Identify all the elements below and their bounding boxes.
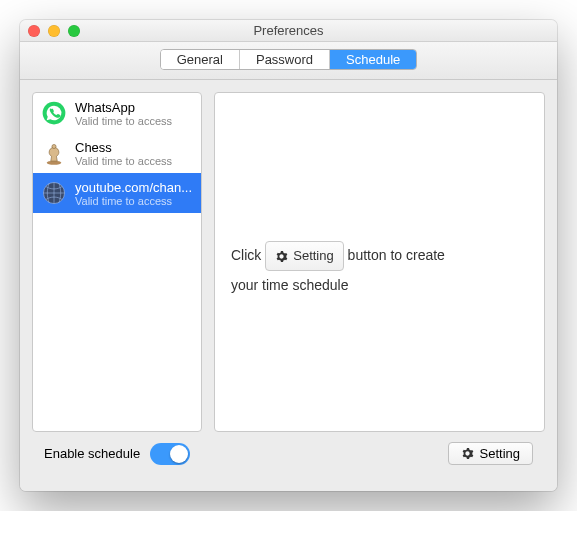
zoom-icon[interactable] xyxy=(68,25,80,37)
list-item-sub: Valid time to access xyxy=(75,155,172,167)
enable-schedule-toggle[interactable] xyxy=(150,443,190,465)
tab-password[interactable]: Password xyxy=(240,50,330,69)
detail-pane: Click Setting button to create your time… xyxy=(214,92,545,432)
list-item-sub: Valid time to access xyxy=(75,115,172,127)
minimize-icon[interactable] xyxy=(48,25,60,37)
gear-icon xyxy=(461,447,474,460)
svg-point-2 xyxy=(52,144,56,148)
list-item-name: WhatsApp xyxy=(75,100,172,115)
enable-schedule-label: Enable schedule xyxy=(44,446,140,461)
app-list: WhatsApp Valid time to access Chess Vali… xyxy=(33,93,201,213)
list-item-name: Chess xyxy=(75,140,172,155)
tab-schedule[interactable]: Schedule xyxy=(330,50,416,69)
instruction-post: button to create xyxy=(348,247,445,263)
titlebar: Preferences xyxy=(20,20,557,42)
gear-icon xyxy=(275,250,288,263)
chess-icon xyxy=(41,140,67,166)
app-list-pane: WhatsApp Valid time to access Chess Vali… xyxy=(32,92,202,432)
preferences-window: Preferences General Password Schedule Wh… xyxy=(20,20,557,491)
inline-setting-button: Setting xyxy=(265,241,343,271)
window-controls xyxy=(28,25,80,37)
close-icon[interactable] xyxy=(28,25,40,37)
list-item[interactable]: youtube.com/chan... Valid time to access xyxy=(33,173,201,213)
whatsapp-icon xyxy=(41,100,67,126)
list-item[interactable]: Chess Valid time to access xyxy=(33,133,201,173)
instruction-line2: your time schedule xyxy=(231,277,349,293)
toolbar: General Password Schedule xyxy=(20,42,557,80)
window-title: Preferences xyxy=(20,23,557,38)
panes: WhatsApp Valid time to access Chess Vali… xyxy=(32,92,545,432)
tab-bar: General Password Schedule xyxy=(160,49,418,70)
footer-bar: Enable schedule Setting xyxy=(32,432,545,479)
setting-button[interactable]: Setting xyxy=(448,442,533,465)
setting-button-label: Setting xyxy=(480,446,520,461)
tab-general[interactable]: General xyxy=(161,50,240,69)
list-item[interactable]: WhatsApp Valid time to access xyxy=(33,93,201,133)
list-item-sub: Valid time to access xyxy=(75,195,192,207)
content-area: WhatsApp Valid time to access Chess Vali… xyxy=(20,80,557,491)
instruction-text: Click Setting button to create your time… xyxy=(231,241,528,299)
instruction-pre: Click xyxy=(231,247,261,263)
globe-icon xyxy=(41,180,67,206)
list-item-name: youtube.com/chan... xyxy=(75,180,192,195)
inline-setting-label: Setting xyxy=(293,243,333,269)
toggle-knob xyxy=(170,445,188,463)
